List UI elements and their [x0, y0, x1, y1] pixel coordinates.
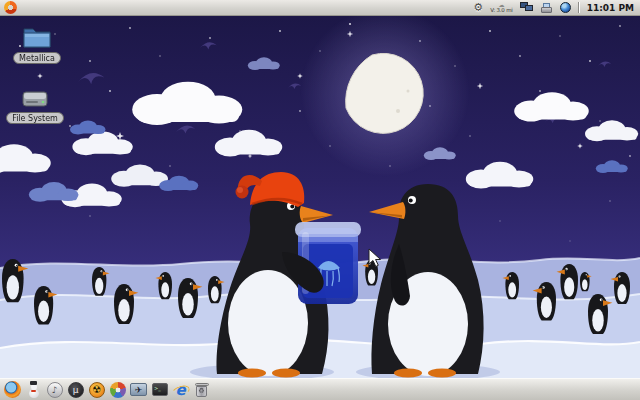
- desktop-area[interactable]: Metallica File System: [0, 16, 640, 378]
- desktop-icon-label: Metallica: [13, 52, 61, 64]
- panel-separator: [578, 2, 580, 13]
- desktop-icon-metallica[interactable]: Metallica: [9, 24, 65, 64]
- applications-menu-icon[interactable]: [4, 1, 17, 14]
- network-monitors-icon[interactable]: [520, 2, 534, 13]
- dock-firefox-icon[interactable]: [3, 380, 22, 399]
- wallpaper-penguins-night: [0, 16, 640, 378]
- system-tray: ⚙ ☁ V: 3.0 mi 11:01 PM: [473, 2, 636, 13]
- dock-mu-app-icon[interactable]: µ: [66, 380, 85, 399]
- dock-pinwheel-icon[interactable]: [108, 380, 127, 399]
- mouse-cursor: [368, 248, 382, 268]
- printer-icon[interactable]: [541, 3, 553, 13]
- dock-snowman-icon[interactable]: [24, 380, 43, 399]
- weather-widget[interactable]: ☁ V: 3.0 mi: [490, 2, 513, 13]
- dock-music-player-icon[interactable]: ♪: [45, 380, 64, 399]
- desktop-icon-label: File System: [6, 112, 64, 124]
- weather-visibility-label: V: 3.0 mi: [490, 8, 513, 13]
- dock-trash-icon[interactable]: ♻: [192, 380, 211, 399]
- desktop-icon-file-system[interactable]: File System: [7, 86, 63, 124]
- hard-drive-icon: [19, 86, 51, 110]
- desktop-screen: ⚙ ☁ V: 3.0 mi 11:01 PM: [0, 0, 640, 400]
- blue-globe-tray-icon[interactable]: [560, 2, 571, 13]
- clock[interactable]: 11:01 PM: [587, 3, 636, 13]
- dock-terminal-icon[interactable]: >_: [150, 380, 169, 399]
- dock-internet-explorer-icon[interactable]: e: [171, 380, 190, 399]
- dock: ♪ µ ☢ ✈ >_ e ♻: [0, 378, 640, 400]
- top-panel: ⚙ ☁ V: 3.0 mi 11:01 PM: [0, 0, 640, 16]
- dock-jet-photo-icon[interactable]: ✈: [129, 380, 148, 399]
- dock-radiation-app-icon[interactable]: ☢: [87, 380, 106, 399]
- gear-icon[interactable]: ⚙: [473, 2, 483, 13]
- folder-icon: [21, 24, 53, 50]
